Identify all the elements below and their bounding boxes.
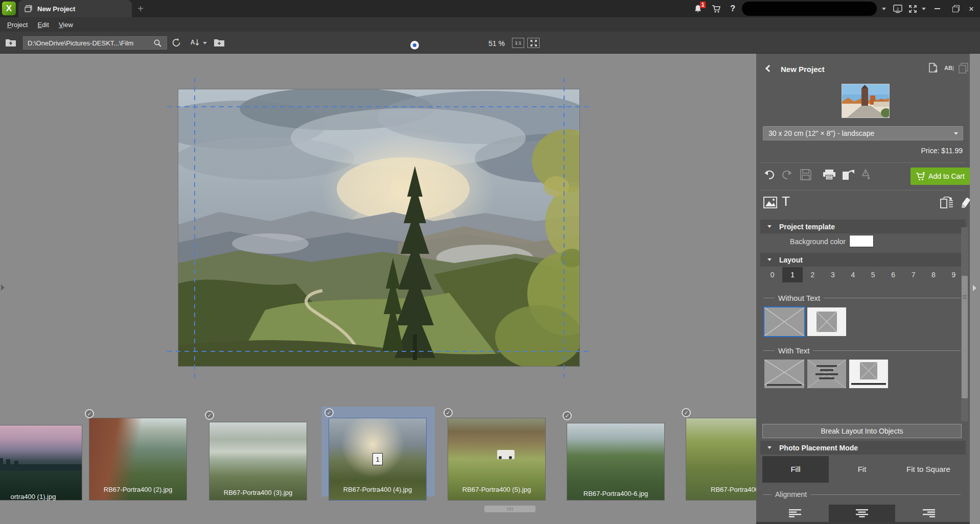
menu-project[interactable]: Project [5,20,30,30]
menu-view[interactable]: View [57,20,75,30]
filmstrip-item[interactable]: ✓ RB67-Portra400-6.jpg [567,415,664,500]
eraser-button[interactable] [958,197,970,208]
account-dropdown-caret[interactable] [882,8,886,10]
thumbnail-image[interactable] [567,423,664,500]
share-button[interactable] [842,169,855,180]
thumbnail-filename: RB67-Portra400-6.jpg [557,490,674,497]
filmstrip-item[interactable]: ✓ RB67-Portra400 [686,411,756,500]
folder-up-icon [5,37,16,47]
search-button[interactable] [153,39,162,47]
project-tab[interactable]: New Project [18,0,132,17]
print-button[interactable] [823,169,836,180]
minimize-button[interactable] [935,8,940,9]
break-layout-button[interactable]: Break Layout Into Objects [762,424,962,438]
align-center-button[interactable] [829,505,895,522]
undo-button[interactable] [763,169,776,180]
zoom-fit-button[interactable] [527,38,540,48]
page-tab-3[interactable]: 3 [823,267,843,282]
restore-button[interactable] [952,7,958,11]
layout-option-full-bleed[interactable] [764,307,804,336]
layout-option-bordered[interactable] [807,307,846,336]
align-left-button[interactable] [762,505,829,522]
text-overlay-placeholder-icon [807,360,846,388]
duplicate-page-button[interactable] [959,63,969,74]
new-page-button[interactable] [928,63,938,74]
page-tab-8[interactable]: 8 [923,267,943,282]
rename-button[interactable]: AB| [944,65,954,71]
page-tab-1[interactable]: 1 [782,267,802,282]
mode-fill-button[interactable]: Fill [762,456,829,483]
align-left-icon [789,509,802,517]
format-select[interactable]: 30 x 20 cm (12" × 8") - landscape [763,126,963,140]
page-tab-0[interactable]: 0 [762,267,782,282]
page-tab-2[interactable]: 2 [803,267,823,282]
close-button[interactable]: × [969,5,974,13]
filmstrip-item[interactable]: ✓ RB67-Portra400 (2).jpg [89,411,186,500]
mode-fit-button[interactable]: Fit [829,456,895,483]
plotter-button[interactable] [860,169,872,180]
text-tab[interactable]: T [782,195,790,208]
project-page-photo[interactable] [178,89,579,366]
new-tab-button[interactable]: + [135,3,146,14]
right-panel-expander-icon[interactable] [973,285,976,291]
printer-icon [823,169,836,180]
thumbnail-filename: RB67-Portra400 (3).jpg [199,489,317,496]
align-right-button[interactable] [895,505,962,522]
layout-option-photo-caption[interactable] [764,360,804,388]
redo-button[interactable] [781,169,793,180]
used-check-badge: ✓ [85,409,94,418]
layout-option-text-overlay[interactable] [807,360,846,388]
notifications-button[interactable]: 1 [694,5,702,13]
page-tab-5[interactable]: 5 [863,267,883,282]
help-button[interactable]: ? [730,4,735,13]
sort-button[interactable]: A [190,38,200,48]
page-tab-6[interactable]: 6 [883,267,903,282]
eraser-icon [958,197,970,208]
sort-options-caret[interactable] [203,42,207,44]
parent-folder-button[interactable] [5,37,16,47]
fullscreen-arrows-icon [908,5,917,13]
page-tab-7[interactable]: 7 [903,267,923,282]
fullscreen-button[interactable] [908,5,917,13]
section-photo-placement[interactable]: Photo Placement Mode [760,441,966,455]
filmstrip-scrollbar[interactable] [484,506,535,512]
app-logo-icon[interactable]: X [2,2,16,15]
zoom-1to1-button[interactable]: 1:1 [512,38,524,48]
menu-edit[interactable]: Edit [35,20,51,30]
back-chevron-icon[interactable] [765,65,773,72]
filmstrip-item-selected[interactable]: ✓ 1 RB67-Portra400 (4).jpg [329,411,426,500]
add-to-cart-button[interactable]: Add to Cart [911,168,970,185]
toolbar: A 51 % 1:1 Manager Develop Editor Create [0,32,980,54]
background-color-swatch[interactable] [849,235,874,247]
align-right-icon [922,509,935,517]
section-project-template[interactable]: Project template [760,220,966,233]
page-tab-4[interactable]: 4 [843,267,863,282]
filmstrip-item[interactable]: ✓ RB67-Portra400 (3).jpg [209,414,307,500]
save-button[interactable] [800,169,811,180]
layout-page-tabs: 0 1 2 3 4 5 6 7 8 9 [762,267,964,282]
fullscreen-options-caret[interactable] [922,8,926,10]
filmstrip-item[interactable]: ✓ RB67-Portra400 (5).jpg [448,411,545,500]
left-panel-expander-icon[interactable] [1,284,5,291]
monitor-switch-button[interactable]: 2 [893,5,903,13]
thumbnail-image[interactable] [0,425,82,500]
right-edge-strip [970,54,980,524]
product-preview-thumbnail[interactable] [842,84,889,117]
folder-path-input[interactable] [23,36,167,50]
cart-button[interactable] [712,5,721,13]
restore-icon [952,7,958,11]
section-layout[interactable]: Layout [760,253,966,267]
new-folder-button[interactable] [214,37,225,47]
section-title: Photo Placement Mode [779,444,858,452]
zoom-slider-knob[interactable] [410,41,419,50]
mode-fit-square-button[interactable]: Fit to Square [895,456,962,483]
layout-option-bordered-caption[interactable] [849,360,888,388]
images-tab[interactable] [763,197,777,208]
section-title: Layout [779,256,803,264]
refresh-button[interactable] [171,38,181,47]
panel-scrollbar-thumb[interactable] [962,276,968,398]
swap-layout-button[interactable] [940,197,953,209]
collapse-caret-icon [767,446,772,449]
panel-scrollbar[interactable] [961,227,968,421]
filmstrip-item[interactable]: ortra400 (1).jpg [0,418,82,500]
